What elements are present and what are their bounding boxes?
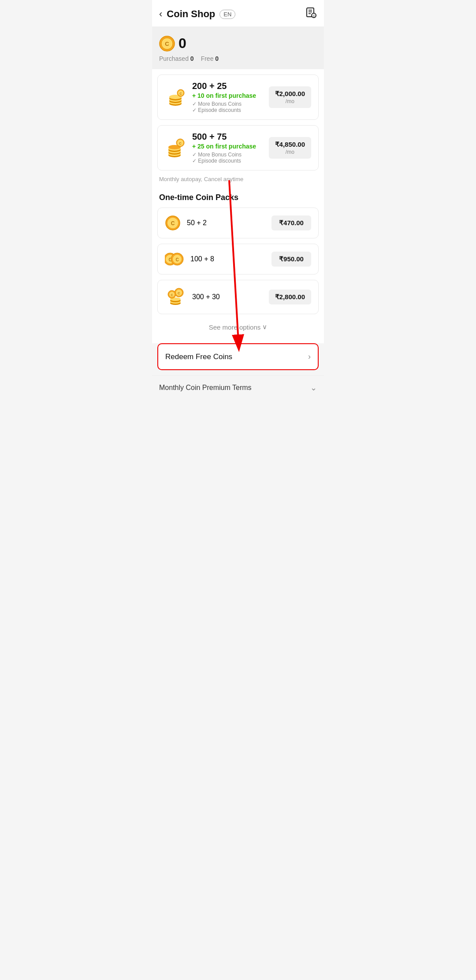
monthly-pack-2-left: C 500 + 75 + 25 on first purchase ✓ More… xyxy=(165,132,256,164)
monthly-pack-2-features: ✓ More Bonus Coins ✓ Episode discounts xyxy=(192,152,256,164)
monthly-pack-2[interactable]: C 500 + 75 + 25 on first purchase ✓ More… xyxy=(157,125,319,171)
monthly-pack-2-price-btn[interactable]: ₹4,850.00 /mo xyxy=(269,137,311,159)
svg-text:C: C xyxy=(175,257,178,262)
monthly-pack-1-amount: 200 + 25 xyxy=(192,81,256,91)
svg-text:C: C xyxy=(165,41,169,47)
onetime-pack-2[interactable]: C C 100 + 8 ₹950.00 xyxy=(157,244,319,275)
balance-amount: 0 xyxy=(178,35,186,52)
onetime-pack-2-left: C C 100 + 8 xyxy=(165,251,214,267)
monthly-pack-1-permonth: /mo xyxy=(286,98,294,104)
monthly-pack-1[interactable]: C 200 + 25 + 10 on first purchase ✓ More… xyxy=(157,74,319,120)
onetime-pack-1-price: ₹470.00 xyxy=(278,219,305,227)
feature-1: ✓ More Bonus Coins xyxy=(192,101,256,107)
onetime-pack-3-amount: 300 + 30 xyxy=(192,293,220,301)
monthly-pack-2-amount: 500 + 75 xyxy=(192,132,256,142)
coin-stack-icon-2: C xyxy=(165,137,186,159)
coin-single-icon-1: C xyxy=(165,215,181,231)
back-button[interactable]: ‹ xyxy=(159,8,162,20)
feature-2: ✓ Episode discounts xyxy=(192,107,256,113)
redeem-free-coins-card[interactable]: Redeem Free Coins › xyxy=(157,343,319,370)
monthly-pack-2-bonus: + 25 on first purchase xyxy=(192,143,256,150)
see-more-options[interactable]: See more options ∨ xyxy=(157,319,319,338)
redeem-section-wrapper: Redeem Free Coins › xyxy=(157,343,319,370)
feature-3: ✓ More Bonus Coins xyxy=(192,152,256,158)
svg-text:C: C xyxy=(171,293,173,297)
monthly-terms-label: Monthly Coin Premium Terms xyxy=(159,384,252,392)
history-icon[interactable]: © xyxy=(305,7,317,21)
balance-row: C 0 xyxy=(159,35,317,52)
svg-text:C: C xyxy=(171,220,175,226)
monthly-pack-2-permonth: /mo xyxy=(286,149,294,155)
onetime-pack-2-price-btn[interactable]: ₹950.00 xyxy=(271,252,311,267)
monthly-pack-2-price: ₹4,850.00 xyxy=(275,141,305,148)
coin-double-icon: C C xyxy=(165,251,184,267)
autopay-note: Monthly autopay, Cancel anytime xyxy=(157,176,319,189)
monthly-pack-1-price-btn[interactable]: ₹2,000.00 /mo xyxy=(269,86,311,108)
header-left: ‹ Coin Shop EN xyxy=(159,8,235,20)
chevron-down-icon-terms: ⌄ xyxy=(310,383,317,393)
chevron-down-icon: ∨ xyxy=(262,323,267,331)
page-title: Coin Shop xyxy=(167,8,215,20)
monthly-pack-1-bonus: + 10 on first purchase xyxy=(192,92,256,99)
onetime-pack-2-price: ₹950.00 xyxy=(278,255,305,263)
app-header: ‹ Coin Shop EN © xyxy=(152,0,324,26)
monthly-pack-1-left: C 200 + 25 + 10 on first purchase ✓ More… xyxy=(165,81,256,113)
svg-text:©: © xyxy=(313,14,316,18)
monthly-pack-2-info: 500 + 75 + 25 on first purchase ✓ More B… xyxy=(192,132,256,164)
svg-text:C: C xyxy=(178,291,180,295)
monthly-pack-1-price: ₹2,000.00 xyxy=(275,90,305,98)
feature-4: ✓ Episode discounts xyxy=(192,158,256,164)
onetime-pack-3[interactable]: C C 300 + 30 ₹2,800.00 xyxy=(157,280,319,314)
svg-text:C: C xyxy=(179,141,182,145)
monthly-pack-1-info: 200 + 25 + 10 on first purchase ✓ More B… xyxy=(192,81,256,113)
onetime-pack-2-amount: 100 + 8 xyxy=(190,255,214,263)
coin-stack-icon-1: C xyxy=(165,87,186,108)
redeem-arrow-icon: › xyxy=(308,352,311,361)
svg-text:C: C xyxy=(179,92,182,95)
free-label: Free 0 xyxy=(201,55,219,62)
balance-sub: Purchased 0 Free 0 xyxy=(159,55,317,62)
onetime-pack-1-price-btn[interactable]: ₹470.00 xyxy=(271,215,311,230)
onetime-pack-1-left: C 50 + 2 xyxy=(165,215,207,231)
monthly-terms-row[interactable]: Monthly Coin Premium Terms ⌄ xyxy=(152,375,324,400)
onetime-section-title: One-time Coin Packs xyxy=(157,189,319,208)
monthly-pack-1-features: ✓ More Bonus Coins ✓ Episode discounts xyxy=(192,101,256,113)
coin-icon-large: C xyxy=(159,36,175,52)
language-badge[interactable]: EN xyxy=(219,10,235,19)
onetime-pack-1[interactable]: C 50 + 2 ₹470.00 xyxy=(157,208,319,238)
balance-section: C 0 Purchased 0 Free 0 xyxy=(152,26,324,69)
redeem-label: Redeem Free Coins xyxy=(165,353,232,361)
see-more-label: See more options xyxy=(209,323,261,331)
onetime-pack-3-price-btn[interactable]: ₹2,800.00 xyxy=(269,290,311,304)
onetime-pack-3-price: ₹2,800.00 xyxy=(275,293,305,301)
onetime-pack-1-amount: 50 + 2 xyxy=(187,219,207,227)
coin-stack-sm-icon: C C xyxy=(165,287,186,307)
monthly-cards-section: C 200 + 25 + 10 on first purchase ✓ More… xyxy=(152,69,324,343)
onetime-pack-3-left: C C 300 + 30 xyxy=(165,287,220,307)
purchased-label: Purchased 0 xyxy=(159,55,194,62)
